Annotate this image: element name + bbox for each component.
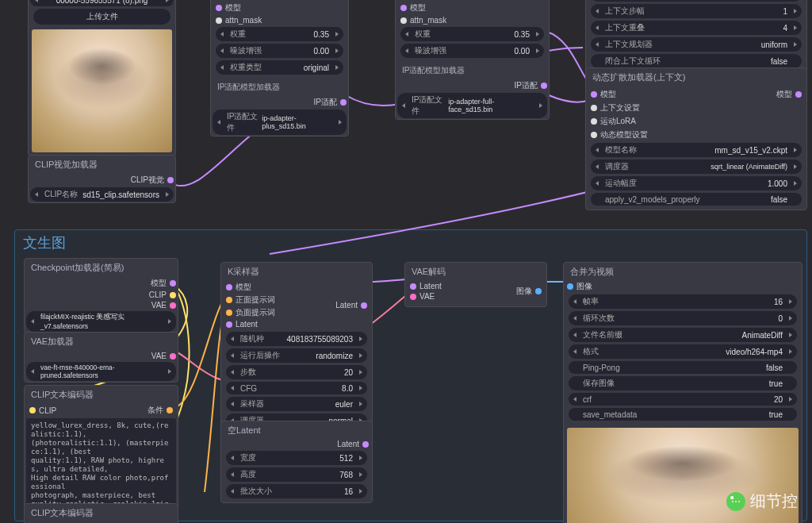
clip-name-param[interactable]: CLIP名称sd15_clip.safetensors bbox=[30, 187, 174, 202]
context-options-node[interactable]: 上下文长度16 上下文步幅1 上下文重叠4 上下文规划器uniform 闭合上下… bbox=[585, 0, 807, 73]
ipadapter-node-2[interactable]: CLIP视觉 模型 attn_mask 权重0.35 噪波增强0.00 IP适配… bbox=[395, 0, 550, 120]
ckpt-file-param[interactable]: filajckMIX-reajistic 美感写实_v7.safetensors bbox=[26, 311, 176, 332]
cfg-param[interactable]: CFG8.0 bbox=[226, 382, 367, 394]
vae-file-param[interactable]: vae-ft-mse-840000-ema-pruned.safetensors bbox=[26, 362, 176, 381]
vae-decode-node[interactable]: VAE解码 Latent VAE 图像 bbox=[404, 262, 547, 307]
node-title: K采样器 bbox=[221, 263, 372, 281]
control-after-param[interactable]: 运行后操作randomize bbox=[226, 348, 367, 363]
node-title: 合并为视频 bbox=[564, 263, 802, 281]
loaded-image-preview bbox=[32, 29, 172, 152]
clip-text-encode-1[interactable]: CLIP文本编码器 CLIP 条件 yellow_lurex_dress, 8k… bbox=[24, 385, 178, 523]
sampler-param[interactable]: 采样器euler bbox=[226, 397, 367, 411]
node-title: 空Latent bbox=[221, 421, 372, 440]
empty-latent-node[interactable]: 空Latent Latent 宽度512 高度768 批次大小16 bbox=[220, 421, 373, 503]
group-title: 文生图 bbox=[23, 233, 66, 252]
checkpoint-loader-node[interactable]: Checkpoint加载器(简易) 模型 CLIP VAE filajckMIX… bbox=[24, 258, 178, 333]
width-param[interactable]: 宽度512 bbox=[226, 451, 367, 465]
clip-text-encode-2[interactable]: CLIP文本编码器 CLIP 条件 bbox=[24, 503, 178, 523]
batch-param[interactable]: 批次大小16 bbox=[226, 484, 367, 498]
vae-loader-node[interactable]: VAE加载器 VAE vae-ft-mse-840000-ema-pruned.… bbox=[24, 332, 178, 383]
sub-title: IP适配模型加载器 bbox=[211, 79, 348, 96]
seed-param[interactable]: 随机种408183755089203 bbox=[226, 332, 367, 346]
weight-param[interactable]: 权重0.35 bbox=[216, 27, 343, 41]
noise-param[interactable]: 噪波增强0.00 bbox=[216, 44, 343, 58]
height-param[interactable]: 高度768 bbox=[226, 467, 367, 482]
ipadapter-node-1[interactable]: CLIP视觉 模型 attn_mask 权重0.35 噪波增强0.00 权重类型… bbox=[210, 0, 349, 137]
ip-file-param[interactable]: IP适配文件ip-adapter-full-face_sd15.bin bbox=[397, 93, 547, 118]
node-title: Checkpoint加载器(简易) bbox=[25, 259, 178, 277]
wechat-icon: ⋯ bbox=[726, 492, 745, 511]
animatediff-loader-node[interactable]: 动态扩散加载器(上下文) 模型 模型 上下文设置 运动LoRA 动态模型设置 模… bbox=[585, 67, 807, 210]
node-title: 动态扩散加载器(上下文) bbox=[586, 68, 806, 87]
node-title: VAE加载器 bbox=[25, 333, 178, 351]
node-title: CLIP视觉加载器 bbox=[29, 156, 175, 174]
weight-param[interactable]: 权重0.35 bbox=[400, 27, 544, 41]
node-title: CLIP文本编码器 bbox=[25, 386, 178, 404]
upload-button[interactable]: 上传文件 bbox=[33, 9, 170, 25]
node-title: VAE解码 bbox=[405, 263, 546, 281]
image-loader-node[interactable]: 00000-559655571 (8).png 上传文件 bbox=[28, 0, 176, 156]
sub-title: IP适配模型加载器 bbox=[396, 62, 549, 79]
weight-type-param[interactable]: 权重类型original bbox=[216, 60, 343, 75]
ip-file-param[interactable]: IP适配文件ip-adapter-plus_sd15.bin bbox=[213, 110, 347, 135]
video-combine-node[interactable]: 合并为视频 图像 帧率16 循环次数0 文件名前缀AnimateDiff 格式v… bbox=[563, 262, 802, 523]
clip-vision-loader-node[interactable]: CLIP视觉加载器 CLIP视觉 CLIP名称sd15_clip.safeten… bbox=[28, 155, 176, 203]
steps-param[interactable]: 步数20 bbox=[226, 365, 367, 379]
node-title: CLIP文本编码器 bbox=[25, 504, 178, 522]
watermark: ⋯ 细节控 bbox=[726, 490, 798, 512]
image-file-pill[interactable]: 00000-559655571 (8).png bbox=[30, 0, 174, 6]
noise-param[interactable]: 噪波增强0.00 bbox=[400, 44, 544, 58]
